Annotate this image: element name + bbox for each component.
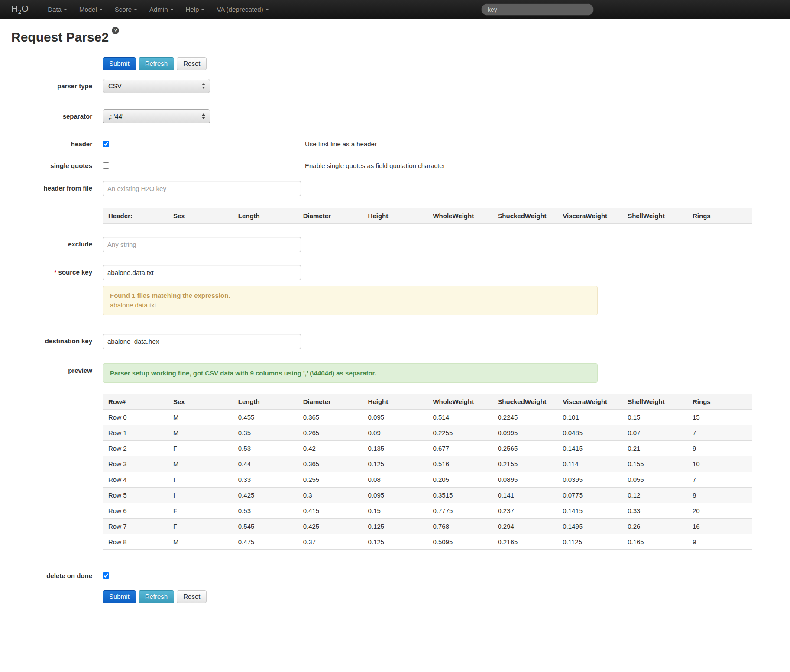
bottom-actions: Submit Refresh Reset <box>103 590 779 603</box>
table-cell: F <box>168 503 233 519</box>
table-row: Row 2F0.530.420.1350.6770.25650.14150.21… <box>103 441 752 456</box>
table-cell: 0.0775 <box>557 488 622 503</box>
table-cell: 0.08 <box>363 472 427 488</box>
column-header: Length <box>233 394 298 410</box>
parser-type-row: parser type CSV <box>11 79 779 93</box>
column-header: Diameter <box>298 394 363 410</box>
submit-button[interactable]: Submit <box>103 57 136 70</box>
table-cell: 0.095 <box>363 488 427 503</box>
table-cell: 0.37 <box>298 534 363 550</box>
nav-menu-score[interactable]: Score <box>109 0 143 19</box>
separator-value: ,: '44' <box>108 113 123 120</box>
table-cell: 0.365 <box>298 410 363 425</box>
caret-down-icon <box>134 9 137 10</box>
table-cell: 9 <box>687 441 752 456</box>
table-cell: 0.677 <box>427 441 492 456</box>
table-cell: 0.2255 <box>427 425 492 441</box>
table-cell: 0.07 <box>622 425 687 441</box>
destination-key-input[interactable] <box>103 334 301 349</box>
header-from-file-label: header from file <box>11 181 92 192</box>
table-cell: 0.265 <box>298 425 363 441</box>
table-cell: 0.53 <box>233 441 298 456</box>
submit-button[interactable]: Submit <box>103 590 136 603</box>
table-cell: 0.35 <box>233 425 298 441</box>
table-cell: F <box>168 519 233 534</box>
table-cell: 0.2165 <box>492 534 557 550</box>
exclude-input[interactable] <box>103 237 301 252</box>
destination-key-label: destination key <box>11 334 92 345</box>
table-cell: 0.1125 <box>557 534 622 550</box>
nav-menu-data-label: Data <box>48 6 62 13</box>
table-cell: 0.2155 <box>492 456 557 472</box>
table-cell: Row 1 <box>103 425 168 441</box>
refresh-button[interactable]: Refresh <box>139 57 175 70</box>
table-cell: 0.425 <box>233 488 298 503</box>
source-key-label-text: source key <box>58 268 92 276</box>
source-key-label: *source key <box>11 265 92 276</box>
header-from-file-row: header from file Header:SexLengthDiamete… <box>11 181 779 224</box>
single-quotes-label: single quotes <box>11 162 92 170</box>
header-checkbox[interactable] <box>103 141 109 147</box>
search-input[interactable] <box>481 3 594 16</box>
table-row: Row 4I0.330.2550.080.2050.08950.03950.05… <box>103 472 752 488</box>
table-cell: Row 5 <box>103 488 168 503</box>
delete-on-done-checkbox[interactable] <box>103 572 109 579</box>
table-cell: 0.365 <box>298 456 363 472</box>
help-icon[interactable]: ? <box>112 27 119 34</box>
table-cell: 8 <box>687 488 752 503</box>
separator-select[interactable]: ,: '44' <box>103 109 210 123</box>
nav-menu-admin-label: Admin <box>149 6 168 13</box>
delete-on-done-row: delete on done <box>11 572 779 580</box>
nav-menu-help[interactable]: Help <box>180 0 211 19</box>
table-row: Row 5I0.4250.30.0950.35150.1410.07750.12… <box>103 488 752 503</box>
table-cell: 0.42 <box>298 441 363 456</box>
table-cell: 0.237 <box>492 503 557 519</box>
table-cell: 0.33 <box>233 472 298 488</box>
h2o-logo[interactable]: H2O <box>11 3 29 15</box>
reset-button[interactable]: Reset <box>177 590 207 603</box>
table-cell: 0.205 <box>427 472 492 488</box>
nav-menu-va-deprecated[interactable]: VA (deprecated) <box>210 0 275 19</box>
table-row: Row 6F0.530.4150.150.77750.2370.14150.33… <box>103 503 752 519</box>
column-header: ShuckedWeight <box>492 394 557 410</box>
caret-down-icon <box>64 9 67 10</box>
preview-label: preview <box>11 363 92 375</box>
column-header: VisceraWeight <box>557 208 622 224</box>
column-header: VisceraWeight <box>557 394 622 410</box>
column-header: Height <box>363 394 427 410</box>
parser-type-select[interactable]: CSV <box>103 79 210 93</box>
table-cell: 0.3515 <box>427 488 492 503</box>
table-row: Row 1M0.350.2650.090.22550.09950.04850.0… <box>103 425 752 441</box>
select-spinner-icon <box>197 110 210 123</box>
reset-button[interactable]: Reset <box>177 57 207 70</box>
column-header: Row# <box>103 394 168 410</box>
table-cell: 0.1415 <box>557 441 622 456</box>
preview-table: Row#SexLengthDiameterHeightWholeWeightSh… <box>103 394 752 550</box>
column-header: WholeWeight <box>427 394 492 410</box>
table-cell: 0.0485 <box>557 425 622 441</box>
column-header: Sex <box>168 208 233 224</box>
refresh-button[interactable]: Refresh <box>139 590 175 603</box>
table-cell: 0.114 <box>557 456 622 472</box>
header-from-file-input[interactable] <box>103 181 301 196</box>
table-cell: 0.095 <box>363 410 427 425</box>
caret-down-icon <box>265 9 269 10</box>
table-cell: 0.125 <box>363 534 427 550</box>
nav-menu-admin[interactable]: Admin <box>143 0 180 19</box>
table-cell: 0.26 <box>622 519 687 534</box>
table-cell: 0.12 <box>622 488 687 503</box>
single-quotes-help-text: Enable single quotes as field quotation … <box>305 162 445 170</box>
nav-menu-model-label: Model <box>79 6 97 13</box>
column-header: WholeWeight <box>427 208 492 224</box>
table-cell: 0.165 <box>622 534 687 550</box>
table-cell: 0.0895 <box>492 472 557 488</box>
table-cell: 0.7775 <box>427 503 492 519</box>
table-cell: M <box>168 534 233 550</box>
nav-menu-model[interactable]: Model <box>73 0 109 19</box>
nav-menu-data[interactable]: Data <box>42 0 73 19</box>
table-cell: I <box>168 488 233 503</box>
column-header: Header: <box>103 208 168 224</box>
table-cell: 7 <box>687 425 752 441</box>
single-quotes-checkbox[interactable] <box>103 162 109 169</box>
source-key-input[interactable] <box>103 265 301 280</box>
